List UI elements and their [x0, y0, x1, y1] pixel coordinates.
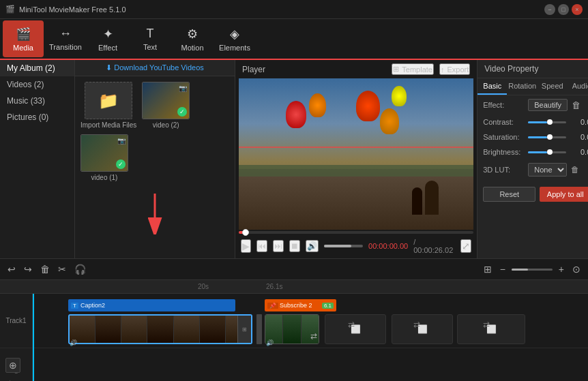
step-forward-button[interactable]: ⏭: [273, 240, 284, 252]
tab-audio[interactable]: Audio: [567, 78, 588, 95]
delete-lut-button[interactable]: 🗑: [571, 165, 579, 174]
undo-button[interactable]: ↩: [5, 262, 18, 277]
saturation-slider[interactable]: [528, 136, 566, 138]
media-item-import[interactable]: 📁 Import Media Files: [80, 82, 136, 129]
stop-button[interactable]: ⏹: [289, 240, 300, 252]
subscribe2-label: Subscribe 2: [280, 302, 312, 309]
contrast-slider[interactable]: [528, 121, 566, 123]
player-controls: ▶ ⏮ ⏭ ⏹ 🔊 00:00:00.00 / 00:00:26.02 ⤢: [235, 234, 477, 258]
volume-slider[interactable]: [324, 245, 363, 247]
tab-speed[interactable]: Speed: [538, 78, 567, 95]
apply-all-button[interactable]: Apply to all: [540, 187, 588, 202]
export-button[interactable]: ↑ Export: [439, 63, 470, 75]
property-tabs: Basic Rotation Speed Audio: [477, 78, 588, 95]
fit-button[interactable]: ⊙: [570, 262, 583, 277]
zoom-slider[interactable]: [512, 269, 553, 271]
elements-icon: ◈: [230, 27, 239, 42]
brightness-label: Brightness:: [483, 148, 524, 156]
snap-button[interactable]: ⊞: [482, 262, 494, 277]
media-item-video2[interactable]: 📷 ✓ video (2): [142, 82, 190, 129]
toolbar-effect-button[interactable]: ✦ Effect: [87, 20, 128, 57]
video-camera-icon2: 📷: [117, 137, 126, 144]
toolbar-media-button[interactable]: 🎬 Media: [3, 20, 44, 57]
gap-clip: [256, 314, 262, 344]
brightness-row: Brightness: 0.0: [477, 144, 588, 159]
toolbar-motion-button[interactable]: ⚙ Motion: [172, 20, 213, 57]
effect-row: Effect: Beautify 🗑: [477, 95, 588, 115]
step-back-button[interactable]: ⏮: [256, 240, 267, 252]
track-lower: [33, 348, 588, 381]
reset-button[interactable]: Reset: [483, 187, 535, 202]
sidebar-item-videos[interactable]: Videos (2): [0, 76, 74, 93]
caption2-label: Caption2: [80, 302, 105, 309]
media-header: ⬇ Download YouTube Videos: [75, 60, 235, 76]
tab-basic[interactable]: Basic: [477, 78, 507, 95]
lut-select[interactable]: None: [528, 163, 567, 177]
delete-effect-button[interactable]: 🗑: [572, 100, 580, 110]
template-button[interactable]: ⊞ Template: [392, 63, 434, 75]
maximize-button[interactable]: □: [558, 4, 569, 15]
video2-label: video (2): [153, 121, 179, 129]
text-icon: T: [147, 27, 154, 41]
redo-button[interactable]: ↪: [22, 262, 34, 277]
zoom-out-button[interactable]: −: [498, 262, 508, 277]
caption2-clip[interactable]: T Caption2: [68, 299, 235, 311]
time-total: / 00:00:26.02: [413, 238, 455, 254]
video1-check-icon: ✓: [116, 159, 126, 169]
import-label: Import Media Files: [80, 121, 136, 129]
saturation-label: Saturation:: [483, 133, 524, 141]
toolbar-text-button[interactable]: T Text: [130, 20, 171, 57]
download-youtube-btn[interactable]: ⬇ Download YouTube Videos: [106, 63, 204, 72]
beautify-button[interactable]: Beautify: [528, 99, 568, 111]
clip1-handle[interactable]: ⊞: [237, 316, 251, 343]
media-item-video1[interactable]: 📷 ✓ video (1): [80, 134, 128, 181]
player-video: [239, 78, 473, 230]
minimize-button[interactable]: −: [544, 4, 555, 15]
add-track-button[interactable]: ⊕: [5, 358, 20, 373]
window-controls[interactable]: − □ ×: [544, 4, 583, 15]
swap-icon4[interactable]: ⇄: [483, 320, 490, 329]
empty-clip3: ⬜: [457, 314, 525, 344]
sidebar-item-music[interactable]: Music (33): [0, 93, 74, 109]
play-button[interactable]: ▶: [241, 239, 251, 253]
subscribe-type-badge: 📌: [267, 303, 278, 309]
swap-icon3[interactable]: ⇄: [413, 320, 420, 329]
swap-icon1[interactable]: ⇄: [310, 331, 317, 341]
score-badge: 6.1: [322, 303, 334, 309]
delete-button[interactable]: 🗑: [38, 262, 52, 277]
main-toolbar: 🎬 Media ↔ Transition ✦ Effect T Text ⚙ M…: [0, 19, 588, 60]
fullscreen-button[interactable]: ⤢: [460, 239, 471, 253]
video-camera-icon: 📷: [179, 85, 187, 92]
timeline-body: Track1 ⊕ T Caption2 📌 Subscribe 2: [0, 294, 588, 381]
left-panel: My Album (2) Videos (2) Music (33) Pictu…: [0, 60, 75, 258]
progress-handle[interactable]: [242, 229, 249, 236]
zoom-in-button[interactable]: +: [557, 262, 566, 277]
timeline-tracks: T Caption2 📌 Subscribe 2 6.1: [33, 294, 588, 381]
effect-icon: ✦: [103, 27, 113, 42]
toolbar-elements-button[interactable]: ◈ Elements: [214, 20, 255, 57]
lut-row: 3D LUT: None 🗑: [477, 159, 588, 180]
brightness-slider[interactable]: [528, 151, 566, 153]
swap-icon2[interactable]: ⇄: [348, 320, 355, 329]
edit-tools-right: ⊞ − + ⊙: [482, 262, 583, 277]
subscribe2-clip[interactable]: 📌 Subscribe 2 6.1: [265, 299, 336, 311]
volume-button[interactable]: 🔊: [306, 240, 319, 252]
transition-icon: ↔: [59, 27, 72, 41]
music-note-icon: ♪: [7, 377, 12, 381]
tab-rotation[interactable]: Rotation: [507, 78, 538, 95]
close-button[interactable]: ×: [572, 4, 583, 15]
player-header: Player ⊞ Template ↑ Export: [235, 60, 477, 78]
audio-button[interactable]: 🎧: [72, 262, 88, 277]
media-grid: 📁 Import Media Files 📷 ✓ video (2) 📷 ✓: [75, 76, 235, 187]
cut-button[interactable]: ✂: [56, 262, 68, 277]
video-clip1[interactable]: ⊞: [68, 314, 252, 344]
caption-type-badge: T: [71, 303, 78, 309]
sidebar-item-pictures[interactable]: Pictures (0): [0, 109, 74, 125]
playhead: [33, 294, 34, 381]
empty-clip1: ⬜: [325, 314, 386, 344]
property-bottom-buttons: Reset Apply to all: [477, 183, 588, 206]
toolbar-transition-button[interactable]: ↔ Transition: [45, 20, 86, 57]
scissors-icon: ⊞: [242, 326, 247, 333]
edit-toolbar: ↩ ↪ 🗑 ✂ 🎧 ⊞ − + ⊙: [0, 258, 588, 280]
sidebar-item-my-album[interactable]: My Album (2): [0, 60, 74, 76]
